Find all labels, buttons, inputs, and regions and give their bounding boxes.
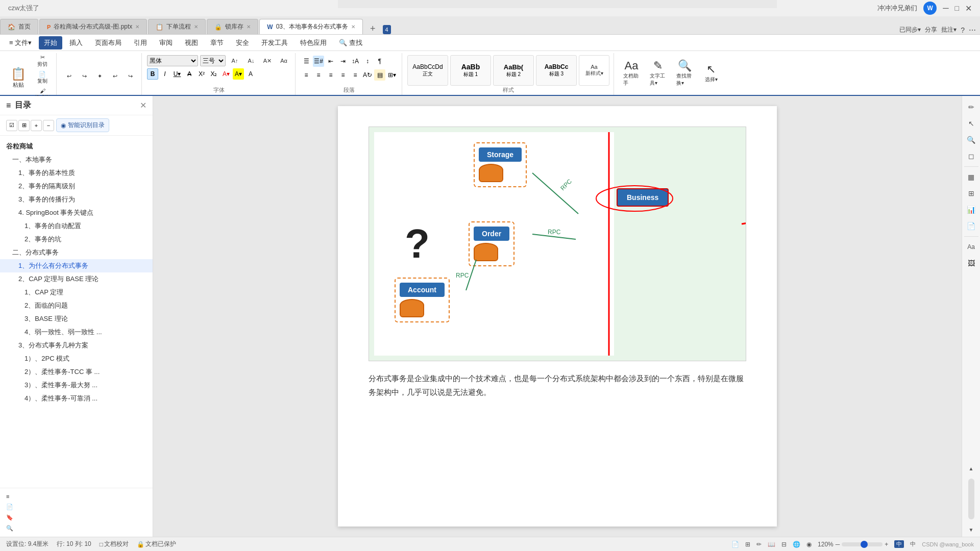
menu-security[interactable]: 安全	[231, 36, 254, 49]
cut-btn[interactable]: ✂ 剪切	[33, 53, 52, 69]
right-grid-btn[interactable]: ⊞	[964, 186, 978, 201]
toc-item[interactable]: 二、分布式事务	[0, 246, 153, 259]
sidebar-close-btn[interactable]: ✕	[140, 101, 146, 110]
bold-btn[interactable]: B	[147, 68, 158, 80]
right-img-btn[interactable]: 🖼	[964, 256, 978, 270]
help-btn[interactable]: ?	[961, 26, 965, 34]
restore-btn[interactable]: □	[955, 4, 959, 12]
tab-flow-close[interactable]: ✕	[194, 24, 198, 30]
font-name-select[interactable]: 黑体	[147, 55, 198, 66]
right-aa-btn[interactable]: Aa	[964, 240, 978, 254]
menu-ref[interactable]: 引用	[129, 36, 152, 49]
border-btn[interactable]: ⊞▾	[386, 69, 398, 81]
redo-btn[interactable]: ↪	[77, 72, 91, 81]
style-heading1-btn[interactable]: AaBb 标题 1	[450, 55, 491, 86]
doc-assist-btn[interactable]: Aa 文档助手	[619, 55, 644, 91]
zoom-slider-thumb[interactable]	[861, 541, 868, 548]
font-size-select[interactable]: 三号	[200, 55, 226, 66]
sidebar-bookmark-btn[interactable]: 🔖	[4, 513, 149, 522]
sidebar-nav-btn[interactable]: ≡	[4, 492, 149, 500]
tab-flow[interactable]: 📋 下单流程 ✕	[148, 19, 206, 34]
align-right-btn[interactable]: ≡	[325, 69, 336, 81]
find-replace-btn[interactable]: 🔍 查找替换▾	[672, 55, 697, 91]
font-extra-btn[interactable]: Aα	[277, 57, 291, 65]
toc-item[interactable]: 4. SpringBoot 事务关键点	[0, 206, 153, 219]
multi-page-btn[interactable]: ⊞	[745, 541, 750, 548]
toc-item[interactable]: 1、事务的基本性质	[0, 166, 153, 180]
right-zoom-btn[interactable]: 🔍	[964, 133, 978, 147]
toc-item[interactable]: 1、事务的自动配置	[0, 219, 153, 233]
select-btn[interactable]: ↖ 选择▾	[699, 55, 723, 91]
style-heading2-btn[interactable]: AaBb( 标题 2	[493, 55, 534, 86]
text-tool-btn[interactable]: ✎ 文字工具▾	[646, 55, 670, 91]
sidebar-search-btn[interactable]: 🔍	[4, 524, 149, 533]
edit-btn[interactable]: ✏	[756, 541, 762, 548]
toc-item[interactable]: 1、为什么有分布式事务	[0, 259, 153, 272]
page-view-btn[interactable]: 📄	[731, 541, 739, 548]
tab-ppt[interactable]: P 谷粒商城-分布式高级-图.pptx ✕	[39, 19, 147, 34]
toc-item[interactable]: 4、弱一致性、弱一致性 ...	[0, 325, 153, 339]
style-normal-btn[interactable]: AaBbCcDd 正文	[407, 55, 448, 86]
toc-item[interactable]: 3、BASE 理论	[0, 312, 153, 325]
shading-btn[interactable]: ▤	[374, 69, 385, 81]
list-bullet-btn[interactable]: ☰	[301, 56, 312, 67]
outline-btn[interactable]: ◉	[806, 541, 812, 548]
menu-start[interactable]: 开始	[39, 36, 62, 49]
share-btn[interactable]: 分享	[925, 26, 937, 34]
toc-item[interactable]: 3、事务的传播行为	[0, 193, 153, 206]
toc-ctrl-4[interactable]: −	[43, 120, 54, 131]
toc-item[interactable]: 一、本地事务	[0, 153, 153, 166]
align-left-btn[interactable]: ≡	[301, 69, 312, 81]
scroll-up-btn[interactable]: ▲	[964, 461, 978, 475]
close-btn[interactable]: ✕	[965, 4, 972, 13]
toc-ctrl-1[interactable]: ☑	[6, 120, 17, 131]
split-btn[interactable]: ⊟	[781, 541, 787, 548]
undo2-btn[interactable]: ↩	[108, 72, 122, 81]
clear-format-btn[interactable]: ✦	[92, 72, 107, 81]
menu-special[interactable]: 特色应用	[295, 36, 332, 49]
doc-protect-btn[interactable]: 🔒 文档已保护	[137, 540, 176, 548]
superscript-btn[interactable]: X²	[196, 68, 207, 80]
paste-btn[interactable]: 📋 粘贴	[6, 60, 31, 95]
toc-item[interactable]: 谷粒商城	[0, 140, 153, 153]
text-dir-btn[interactable]: A↻	[362, 69, 373, 81]
toc-item[interactable]: 2、事务的隔离级别	[0, 180, 153, 193]
right-cursor-btn[interactable]: ↖	[964, 116, 978, 131]
menu-view[interactable]: 视图	[180, 36, 203, 49]
font-size-up-btn[interactable]: A↑	[228, 57, 242, 65]
right-chart-btn[interactable]: 📊	[964, 203, 978, 217]
menu-chapter[interactable]: 章节	[205, 36, 229, 49]
distributed-btn[interactable]: ≡	[350, 69, 361, 81]
toc-item[interactable]: 1）、2PC 模式	[0, 352, 153, 365]
char-shade-btn[interactable]: A	[245, 68, 256, 80]
tab-word-close[interactable]: ✕	[351, 24, 355, 30]
right-shape-btn[interactable]: ◻	[964, 149, 978, 163]
toc-item[interactable]: 1、CAP 定理	[0, 286, 153, 299]
tab-home[interactable]: 🏠 首页	[0, 19, 38, 34]
menu-insert[interactable]: 插入	[64, 36, 88, 49]
ai-recognize-btn[interactable]: ◉ 智能识别目录	[56, 118, 109, 132]
doc-mode-btn[interactable]: □ 文档校对	[100, 540, 129, 548]
scroll-down-btn[interactable]: ▼	[964, 522, 978, 537]
font-clear-btn[interactable]: A✕	[260, 57, 275, 65]
tab-lock-close[interactable]: ✕	[247, 24, 251, 30]
font-size-down-btn[interactable]: A↓	[244, 57, 258, 65]
highlight-btn[interactable]: A▾	[233, 68, 244, 80]
font-color-btn[interactable]: A▾	[220, 68, 232, 80]
para-sort-btn[interactable]: ↕	[362, 56, 373, 67]
more-btn[interactable]: ⋯	[969, 26, 976, 34]
right-table-btn[interactable]: ▦	[964, 170, 978, 184]
tab-word[interactable]: W 03、本地事务&分布式事务 ✕	[259, 19, 363, 34]
minimize-btn[interactable]: ─	[943, 4, 948, 13]
tab-ppt-close[interactable]: ✕	[135, 24, 139, 30]
scroll-thumb[interactable]	[968, 479, 974, 519]
zoom-slider[interactable]	[842, 542, 883, 546]
sidebar-page-btn[interactable]: 📄	[4, 503, 149, 511]
toc-item[interactable]: 2）、柔性事务-TCC 事 ...	[0, 365, 153, 379]
tab-lock[interactable]: 🔒 锁库存 ✕	[207, 19, 258, 34]
toc-item[interactable]: 2、面临的问题	[0, 299, 153, 312]
reading-btn[interactable]: 📖	[768, 541, 775, 548]
list-number-btn[interactable]: ☰#	[313, 56, 324, 67]
line-spacing-btn[interactable]: ↕A	[350, 56, 361, 67]
sync-btn[interactable]: 已同步▾	[899, 26, 921, 34]
